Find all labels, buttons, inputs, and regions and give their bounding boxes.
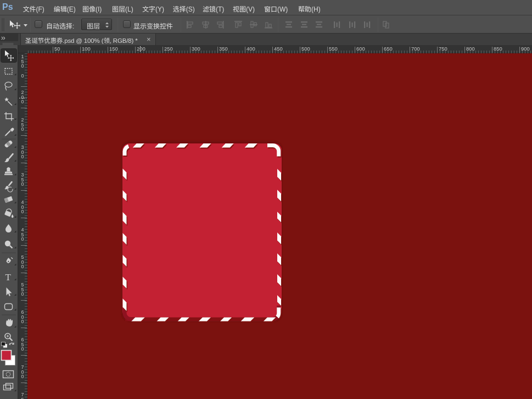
svg-text:T: T xyxy=(5,272,12,282)
